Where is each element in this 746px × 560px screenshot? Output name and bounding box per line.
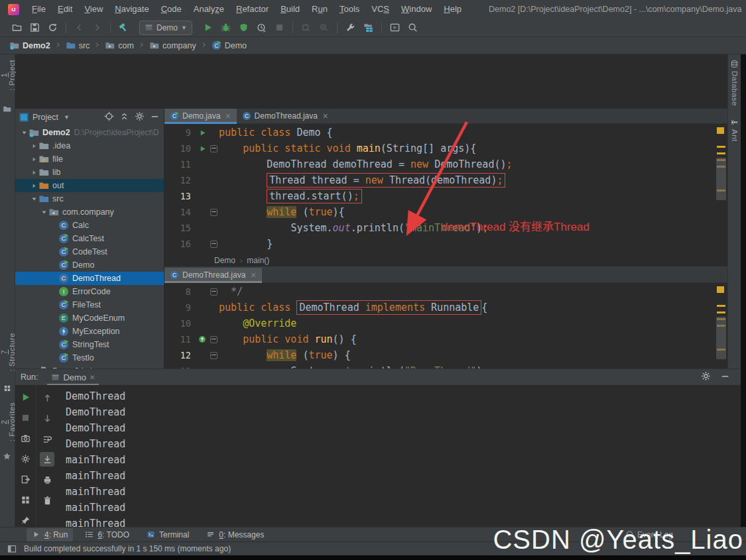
thread-dump-button[interactable] [19,431,33,446]
editor-tab-demo-java[interactable]: CDemo.java✕ [164,109,237,123]
print-button[interactable] [40,473,54,487]
locate-file-button[interactable] [104,111,114,123]
menu-vcs[interactable]: VCS [365,0,395,19]
stripe-database-button[interactable]: Database [730,60,739,106]
fold-marker-icon[interactable] [210,352,218,359]
tree-item--idea[interactable]: .idea [15,139,164,152]
tree-expander-icon[interactable] [29,196,38,203]
softwrap-button[interactable] [40,431,54,446]
toolwindow-6-todo[interactable]: 6: TODO [80,528,135,541]
tree-item-filetest[interactable]: CFileTest [15,298,164,311]
breadcrumb-company[interactable]: company [149,40,196,50]
fold-marker-icon[interactable] [210,288,218,296]
commit-button[interactable] [315,20,333,36]
menu-view[interactable]: View [78,0,109,19]
menu-window[interactable]: Window [395,0,438,19]
tree-item-lib[interactable]: lib [15,166,164,179]
open-file-button[interactable] [8,20,26,36]
fold-slot[interactable] [208,331,219,347]
fold-slot[interactable] [208,204,219,220]
run-with-coverage-button[interactable] [235,20,253,36]
profiler-button[interactable] [253,20,271,36]
update-project-button[interactable] [297,20,315,36]
breadcrumb-src[interactable]: src [66,40,90,50]
tree-item-errorcode[interactable]: IErrorCode [15,285,164,298]
console-output[interactable]: DemoThreadDemoThreadDemoThreadDemoThread… [58,385,741,528]
run-panel-settings-button[interactable] [701,371,711,383]
stop-button[interactable] [271,20,288,36]
tree-item-codetest[interactable]: CCodeTest [15,245,164,258]
gutter-slot[interactable] [196,140,208,156]
menu-refactor[interactable]: Refactor [230,0,275,19]
overrides-method-gutter-icon[interactable] [198,335,206,343]
tree-expander-icon[interactable] [39,209,48,216]
tree-item-out[interactable]: out [15,179,164,192]
editor-tab-demothread-java[interactable]: CDemoThread.java✕ [164,268,262,282]
run-line-gutter-icon[interactable] [199,145,206,152]
settings-button[interactable] [342,20,359,36]
run-anything-button[interactable] [386,20,404,36]
gutter-slot[interactable] [196,331,208,347]
search-everywhere-button[interactable] [404,20,422,36]
tree-expander-icon[interactable] [19,129,29,137]
tree-item-file[interactable]: file [15,152,164,166]
editor-scrollbar-thumb[interactable] [716,158,726,200]
breadcrumb-demo[interactable]: CDemo [212,40,247,50]
project-view-dropdown-icon[interactable]: ▼ [64,114,70,121]
trash-button[interactable] [40,493,54,508]
up-arrow-button[interactable] [40,390,54,405]
tree-item-com-company[interactable]: com.company [15,205,164,219]
minimize-button[interactable] [741,0,746,19]
collapse-all-button[interactable] [119,111,129,123]
menu-run[interactable]: Run [306,0,334,19]
run-tab-demo[interactable]: Demo✕ [47,369,99,385]
tab-close-icon[interactable]: ✕ [322,112,328,121]
back-button[interactable] [70,20,88,36]
fold-marker-icon[interactable] [210,336,218,343]
fold-marker-icon[interactable] [210,209,218,216]
fold-slot[interactable] [208,284,219,300]
menu-file[interactable]: File [26,0,52,19]
fold-slot[interactable] [208,236,219,252]
menu-help[interactable]: Help [438,0,467,19]
stripe-structure-button[interactable]: 7: Structure [0,333,15,372]
tree-expander-icon[interactable] [29,156,38,163]
menu-analyze[interactable]: Analyze [188,0,230,19]
toolwindow-4-run[interactable]: 4: Run [27,528,73,541]
forward-button[interactable] [88,20,106,36]
hide-panel-button[interactable] [150,111,160,123]
run-panel-hide-button[interactable] [720,371,730,383]
breadcrumb-demo2[interactable]: Demo2 [9,40,50,50]
build-project-button[interactable] [115,20,133,36]
gutter-slot[interactable] [196,125,208,140]
sync-button[interactable] [44,20,62,36]
settings-gear-button[interactable] [19,452,33,467]
debug-button[interactable] [217,20,235,36]
tree-item-mycodeenum[interactable]: EMyCodeEnum [15,311,164,325]
rerun-button[interactable] [19,390,33,405]
tree-expander-icon[interactable] [29,142,38,150]
menu-tools[interactable]: Tools [334,0,365,19]
fold-marker-icon[interactable] [210,241,218,248]
fold-marker-icon[interactable] [210,145,218,152]
toolwindow-terminal[interactable]: Terminal [141,528,194,541]
code-editor[interactable]: 9public class Demo {10 public static voi… [164,124,727,254]
stripe-favorites-button[interactable]: 2: Favorites [0,402,15,441]
menu-navigate[interactable]: Navigate [109,0,155,19]
scrollend-button[interactable] [40,452,54,467]
tree-item-demo2[interactable]: Demo2D:\Project\ideaProject\D [15,126,164,139]
project-settings-button[interactable] [135,111,145,123]
run-tab-close-icon[interactable]: ✕ [90,374,95,381]
breadcrumb-item[interactable]: main() [247,256,269,265]
tree-item-stringtest[interactable]: CStringTest [15,338,164,351]
menu-edit[interactable]: Edit [52,0,78,19]
tree-expander-icon[interactable] [29,169,38,176]
run-configuration-selector[interactable]: Demo▼ [139,21,192,35]
fold-slot[interactable] [208,347,219,363]
breadcrumb-com[interactable]: com [105,40,134,50]
stripe-ant-button[interactable]: Ant [730,118,739,142]
editor-tab-demothread-java[interactable]: CDemoThread.java✕ [237,109,334,123]
down-arrow-button[interactable] [40,411,54,425]
stop-console-button[interactable] [19,411,33,425]
toolwindow-0-messages[interactable]: 0: Messages [201,528,269,541]
